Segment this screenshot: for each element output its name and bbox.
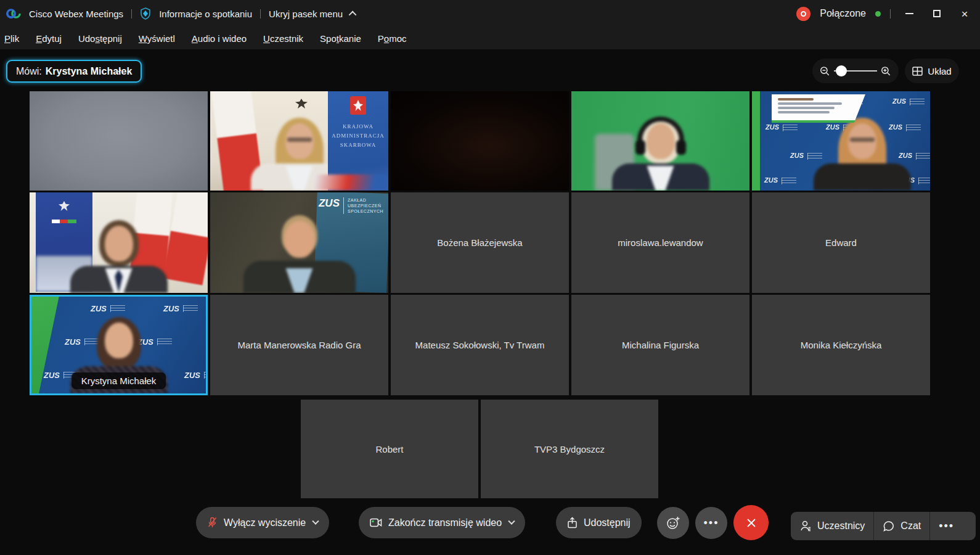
eagle-emblem (59, 201, 70, 211)
meeting-info-link[interactable]: Informacje o spotkaniu (159, 9, 252, 19)
participant-name: Robert (375, 444, 403, 454)
zoom-slider-control (812, 59, 899, 83)
video-tile-zus-speaker-2[interactable]: ZUS ZAKŁAD UBEZPIECZEŃ SPOŁECZNYCH (210, 192, 388, 293)
reactions-button[interactable] (657, 507, 689, 539)
video-tile-zus-speaker-1[interactable]: ZUS ZUS ZUS ZUS ZUS ZUS ZUS ZUS ZUS (752, 91, 930, 191)
menu-udostepnij[interactable]: Udostępnij (78, 33, 122, 44)
video-tile-named[interactable]: Marta Manerowska Radio Gra (210, 295, 388, 395)
menu-audio-i-wideo[interactable]: Audio i wideo (192, 33, 247, 44)
speaker-prefix: Mówi: (16, 66, 42, 77)
participant-name: Edward (825, 237, 857, 248)
recording-indicator-icon (796, 7, 811, 21)
zoom-out-icon[interactable] (820, 66, 830, 76)
smiley-reactions-icon (666, 516, 680, 530)
video-tile-named[interactable]: TVP3 Bydgoszcz (481, 400, 658, 498)
stop-video-button[interactable]: Zakończ transmisję wideo (359, 507, 525, 538)
video-tile-named[interactable]: Robert (301, 400, 478, 498)
titlebar-divider (131, 9, 132, 18)
menu-uczestnik[interactable]: Uczestnik (263, 33, 303, 44)
unmute-button[interactable]: Wyłącz wyciszenie (196, 507, 329, 538)
chat-button[interactable]: Czat (874, 512, 929, 540)
webex-logo-icon (6, 7, 21, 20)
menu-pomoc[interactable]: Pomoc (378, 33, 407, 44)
titlebar-divider (890, 9, 891, 18)
speaker-name-banner (772, 94, 865, 123)
video-tile-named[interactable]: Edward (752, 192, 930, 293)
menu-wyswietl[interactable]: Wyświetl (139, 33, 175, 44)
menu-edytuj[interactable]: Edytuj (36, 33, 62, 44)
participant-name: Bożena Błażejewska (437, 237, 522, 248)
hide-menu-bar-button[interactable]: Ukryj pasek menu (269, 9, 343, 19)
video-tile-named[interactable]: Bożena Błażejewska (391, 192, 569, 293)
chevron-down-icon[interactable] (312, 517, 319, 524)
share-button[interactable]: Udostępnij (556, 507, 642, 538)
video-tile-kas-speaker[interactable]: KRAJOWA ADMINISTRACJA SKARBOWA (210, 91, 388, 191)
microphone-muted-icon (207, 517, 218, 528)
participant-name: Mateusz Sokołowski, Tv Trwam (415, 340, 545, 350)
share-icon (567, 517, 578, 528)
participant-video (63, 220, 174, 293)
close-button[interactable]: × (955, 5, 974, 22)
panels-button-group: Uczestnicy Czat ••• (791, 512, 976, 540)
participant-name: Marta Manerowska Radio Gra (237, 340, 361, 350)
ellipsis-icon: ••• (704, 517, 719, 530)
video-tile-official-speaker[interactable] (30, 192, 208, 293)
layout-button[interactable]: Układ (905, 59, 959, 83)
participant-name: TVP3 Bydgoszcz (534, 444, 605, 454)
more-panels-button[interactable]: ••• (930, 512, 963, 540)
participant-name: Michalina Figurska (622, 340, 699, 350)
zoom-slider-knob[interactable] (836, 65, 847, 76)
zoom-in-icon[interactable] (881, 66, 891, 76)
chevron-down-icon[interactable] (508, 517, 515, 524)
video-camera-icon (370, 518, 382, 527)
share-label: Udostępnij (584, 517, 631, 528)
layout-grid-icon (912, 67, 923, 76)
participant-video (605, 118, 716, 191)
ellipsis-icon: ••• (939, 520, 954, 533)
meeting-info-shield-icon (140, 7, 151, 20)
participant-video (238, 215, 361, 293)
app-title: Cisco Webex Meetings (29, 9, 123, 19)
participant-name: Monika Kiełczyńska (801, 340, 882, 350)
active-speaker-badge: Mówi: Krystyna Michałek (6, 60, 142, 83)
leave-meeting-button[interactable] (733, 505, 769, 540)
layout-label: Układ (928, 66, 951, 76)
video-tile-headphones-speaker[interactable] (571, 91, 749, 191)
online-status-dot (875, 11, 881, 17)
participants-button[interactable]: Uczestnicy (791, 512, 873, 540)
video-tile-named[interactable]: Mateusz Sokołowski, Tv Trwam (391, 295, 569, 395)
kas-emblem-icon (350, 96, 366, 115)
video-tile-named[interactable]: Monika Kiełczyńska (752, 295, 930, 395)
stop-video-label: Zakończ transmisję wideo (388, 517, 502, 528)
zus-logo: ZUS ZAKŁAD UBEZPIECZEŃ SPOŁECZNYCH (319, 197, 383, 214)
webex-window: Cisco Webex Meetings Informacje o spotka… (0, 0, 980, 555)
titlebar-divider (260, 9, 261, 18)
chat-label: Czat (900, 520, 921, 532)
video-tile-camera-gray[interactable] (30, 91, 208, 191)
kas-ribbon (314, 175, 388, 191)
menu-bar: Plik Edytuj Udostępnij Wyświetl Audio i … (0, 27, 980, 49)
active-speaker-name-label: Krystyna Michałek (71, 372, 166, 389)
title-bar: Cisco Webex Meetings Informacje o spotka… (0, 0, 980, 27)
participant-video (807, 118, 918, 191)
menu-plik[interactable]: Plik (4, 33, 19, 44)
video-tile-named[interactable]: Michalina Figurska (571, 295, 749, 395)
headphones (637, 117, 684, 151)
chat-bubble-icon (883, 520, 895, 532)
video-tile-active-speaker[interactable]: ZUS ZUS ZUS ZUS ZUS ZUS ZUS Krystyna Mic… (30, 295, 208, 395)
video-tile-named[interactable]: miroslawa.lewandow (571, 192, 749, 293)
zus-green-strip (752, 91, 760, 191)
video-tile-dark-camera[interactable] (391, 91, 569, 191)
more-options-button[interactable]: ••• (695, 507, 727, 539)
menu-spotkanie[interactable]: Spotkanie (320, 33, 361, 44)
maximize-button[interactable] (928, 5, 946, 22)
connection-status: Połączone (820, 8, 866, 19)
chevron-up-icon[interactable] (349, 10, 357, 18)
participants-label: Uczestnicy (817, 520, 865, 532)
minimize-button[interactable] (900, 5, 918, 22)
unmute-label: Wyłącz wyciszenie (224, 517, 306, 528)
eagle-emblem (295, 99, 308, 109)
speaker-name: Krystyna Michałek (46, 66, 133, 77)
zoom-slider-track[interactable] (834, 70, 878, 72)
participants-icon (799, 520, 812, 532)
